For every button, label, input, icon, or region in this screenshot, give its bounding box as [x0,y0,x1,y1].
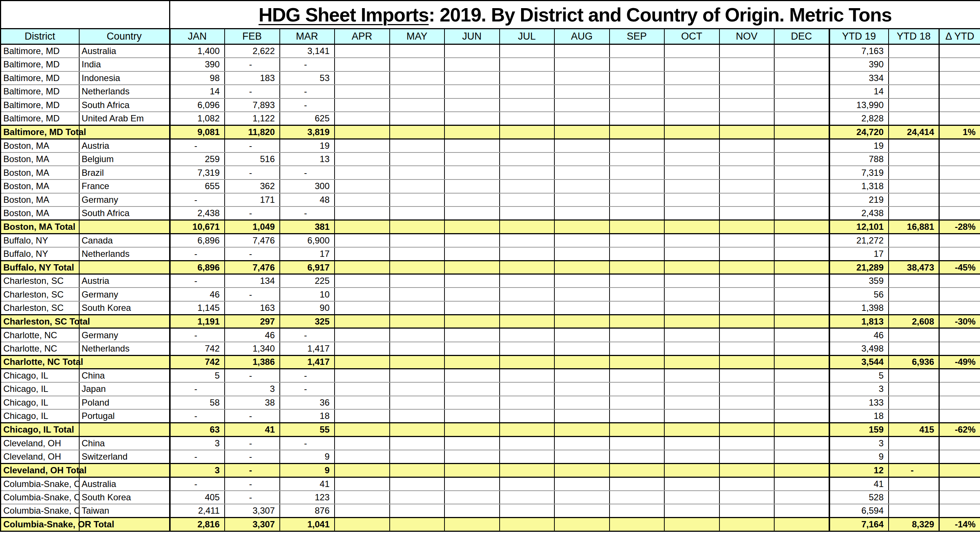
cell-may[interactable] [390,382,444,396]
cell-dec[interactable] [774,518,829,531]
header-jan[interactable]: JAN [170,29,224,44]
cell-nov[interactable] [719,396,774,410]
cell-jul[interactable] [500,58,554,72]
cell-jun[interactable] [444,112,500,126]
cell-jul[interactable] [500,126,554,139]
cell-ytd18[interactable] [889,477,939,491]
cell-jul[interactable] [500,396,554,410]
cell-jun[interactable] [444,396,500,410]
cell-may[interactable] [390,44,444,58]
cell-ytd19[interactable]: 3,544 [829,355,889,369]
cell-aug[interactable] [554,99,609,112]
cell-dytd[interactable] [939,153,980,166]
cell-apr[interactable] [334,193,390,207]
cell-district[interactable]: Baltimore, MD [1,72,79,85]
cell-ytd19[interactable]: 21,289 [829,261,889,274]
cell-district[interactable]: Buffalo, NY [1,247,79,261]
cell-jan[interactable]: 2,438 [170,207,224,220]
cell-district[interactable]: Boston, MA Total [1,220,79,234]
cell-oct[interactable] [664,180,719,193]
cell-apr[interactable] [334,504,390,518]
cell-country[interactable] [79,126,170,139]
cell-feb[interactable]: 3,307 [224,504,280,518]
header-dytd[interactable]: Δ YTD [939,29,980,44]
cell-apr[interactable] [334,112,390,126]
cell-district[interactable]: Charleston, SC Total [1,315,79,328]
cell-district[interactable]: Columbia-Snake, OR [1,477,79,491]
cell-dec[interactable] [774,72,829,85]
cell-district[interactable]: Columbia-Snake, OR [1,504,79,518]
cell-ytd19[interactable]: 5 [829,369,889,383]
cell-nov[interactable] [719,234,774,247]
cell-dytd[interactable] [939,369,980,383]
cell-country[interactable]: Australia [79,44,170,58]
cell-country[interactable]: Germany [79,193,170,207]
cell-may[interactable] [390,58,444,72]
cell-mar[interactable]: 300 [280,180,334,193]
cell-oct[interactable] [664,72,719,85]
cell-ytd18[interactable] [889,382,939,396]
cell-mar[interactable]: 1,417 [280,355,334,369]
cell-dytd[interactable] [939,328,980,342]
cell-dytd[interactable] [939,463,980,477]
cell-jan[interactable]: 1,145 [170,301,224,315]
cell-nov[interactable] [719,207,774,220]
cell-nov[interactable] [719,139,774,153]
cell-may[interactable] [390,247,444,261]
cell-district[interactable]: Cleveland, OH Total [1,463,79,477]
cell-aug[interactable] [554,436,609,450]
cell-jul[interactable] [500,436,554,450]
cell-ytd18[interactable] [889,207,939,220]
cell-district[interactable]: Baltimore, MD [1,44,79,58]
cell-nov[interactable] [719,85,774,99]
cell-may[interactable] [390,301,444,315]
cell-district[interactable]: Boston, MA [1,139,79,153]
cell-district[interactable]: Charleston, SC [1,301,79,315]
cell-may[interactable] [390,518,444,531]
cell-apr[interactable] [334,396,390,410]
cell-mar[interactable]: - [280,207,334,220]
header-dec[interactable]: DEC [774,29,829,44]
cell-feb[interactable]: 3,307 [224,518,280,531]
cell-country[interactable]: Portugal [79,409,170,423]
cell-jun[interactable] [444,504,500,518]
cell-jan[interactable]: 742 [170,355,224,369]
cell-apr[interactable] [334,274,390,288]
cell-aug[interactable] [554,328,609,342]
cell-may[interactable] [390,207,444,220]
cell-dytd[interactable] [939,288,980,301]
cell-feb[interactable]: 362 [224,180,280,193]
cell-may[interactable] [390,504,444,518]
cell-aug[interactable] [554,72,609,85]
cell-feb[interactable]: 41 [224,423,280,437]
cell-sep[interactable] [609,274,664,288]
cell-feb[interactable]: - [224,491,280,504]
cell-ytd19[interactable]: 24,720 [829,126,889,139]
cell-nov[interactable] [719,193,774,207]
cell-mar[interactable]: 6,917 [280,261,334,274]
cell-feb[interactable]: 1,386 [224,355,280,369]
cell-jan[interactable]: - [170,328,224,342]
cell-feb[interactable]: - [224,436,280,450]
cell-ytd19[interactable]: 56 [829,288,889,301]
cell-jul[interactable] [500,72,554,85]
cell-mar[interactable]: - [280,85,334,99]
cell-nov[interactable] [719,247,774,261]
cell-oct[interactable] [664,99,719,112]
cell-apr[interactable] [334,247,390,261]
cell-district[interactable]: Columbia-Snake, OR Total [1,518,79,531]
cell-dec[interactable] [774,234,829,247]
cell-sep[interactable] [609,409,664,423]
cell-mar[interactable]: - [280,382,334,396]
header-sep[interactable]: SEP [609,29,664,44]
cell-jul[interactable] [500,477,554,491]
cell-district[interactable]: Boston, MA [1,180,79,193]
cell-ytd19[interactable]: 14 [829,85,889,99]
cell-dytd[interactable]: -49% [939,355,980,369]
cell-oct[interactable] [664,436,719,450]
cell-dec[interactable] [774,220,829,234]
cell-feb[interactable]: - [224,288,280,301]
cell-ytd18[interactable] [889,301,939,315]
cell-jun[interactable] [444,153,500,166]
cell-may[interactable] [390,423,444,437]
